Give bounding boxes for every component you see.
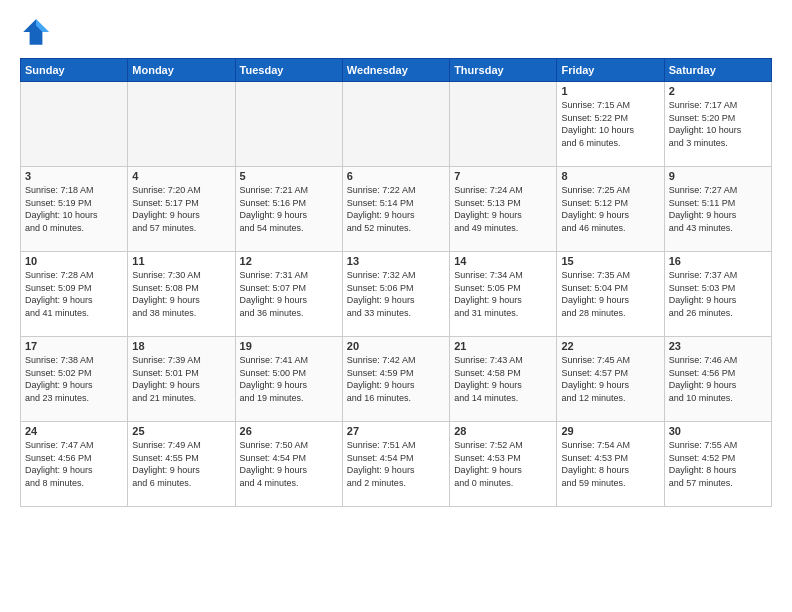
calendar-cell: [128, 82, 235, 167]
day-info: Sunrise: 7:47 AM Sunset: 4:56 PM Dayligh…: [25, 439, 123, 489]
calendar-header: SundayMondayTuesdayWednesdayThursdayFrid…: [21, 59, 772, 82]
calendar-cell: 1Sunrise: 7:15 AM Sunset: 5:22 PM Daylig…: [557, 82, 664, 167]
day-info: Sunrise: 7:42 AM Sunset: 4:59 PM Dayligh…: [347, 354, 445, 404]
day-number: 5: [240, 170, 338, 182]
calendar-week-1: 1Sunrise: 7:15 AM Sunset: 5:22 PM Daylig…: [21, 82, 772, 167]
day-number: 10: [25, 255, 123, 267]
day-number: 16: [669, 255, 767, 267]
calendar-cell: [235, 82, 342, 167]
day-number: 9: [669, 170, 767, 182]
calendar-cell: 10Sunrise: 7:28 AM Sunset: 5:09 PM Dayli…: [21, 252, 128, 337]
day-number: 25: [132, 425, 230, 437]
day-number: 8: [561, 170, 659, 182]
day-info: Sunrise: 7:41 AM Sunset: 5:00 PM Dayligh…: [240, 354, 338, 404]
column-header-friday: Friday: [557, 59, 664, 82]
day-number: 18: [132, 340, 230, 352]
calendar-cell: 21Sunrise: 7:43 AM Sunset: 4:58 PM Dayli…: [450, 337, 557, 422]
day-info: Sunrise: 7:18 AM Sunset: 5:19 PM Dayligh…: [25, 184, 123, 234]
calendar-cell: 15Sunrise: 7:35 AM Sunset: 5:04 PM Dayli…: [557, 252, 664, 337]
calendar-cell: 26Sunrise: 7:50 AM Sunset: 4:54 PM Dayli…: [235, 422, 342, 507]
logo: [20, 16, 56, 48]
day-info: Sunrise: 7:15 AM Sunset: 5:22 PM Dayligh…: [561, 99, 659, 149]
day-info: Sunrise: 7:45 AM Sunset: 4:57 PM Dayligh…: [561, 354, 659, 404]
calendar: SundayMondayTuesdayWednesdayThursdayFrid…: [20, 58, 772, 507]
calendar-cell: 19Sunrise: 7:41 AM Sunset: 5:00 PM Dayli…: [235, 337, 342, 422]
day-info: Sunrise: 7:25 AM Sunset: 5:12 PM Dayligh…: [561, 184, 659, 234]
day-number: 19: [240, 340, 338, 352]
calendar-cell: [450, 82, 557, 167]
column-header-saturday: Saturday: [664, 59, 771, 82]
calendar-cell: 13Sunrise: 7:32 AM Sunset: 5:06 PM Dayli…: [342, 252, 449, 337]
day-info: Sunrise: 7:49 AM Sunset: 4:55 PM Dayligh…: [132, 439, 230, 489]
day-info: Sunrise: 7:24 AM Sunset: 5:13 PM Dayligh…: [454, 184, 552, 234]
day-info: Sunrise: 7:50 AM Sunset: 4:54 PM Dayligh…: [240, 439, 338, 489]
column-header-thursday: Thursday: [450, 59, 557, 82]
day-info: Sunrise: 7:32 AM Sunset: 5:06 PM Dayligh…: [347, 269, 445, 319]
day-number: 3: [25, 170, 123, 182]
calendar-week-4: 17Sunrise: 7:38 AM Sunset: 5:02 PM Dayli…: [21, 337, 772, 422]
logo-icon: [20, 16, 52, 48]
calendar-cell: 8Sunrise: 7:25 AM Sunset: 5:12 PM Daylig…: [557, 167, 664, 252]
day-info: Sunrise: 7:35 AM Sunset: 5:04 PM Dayligh…: [561, 269, 659, 319]
column-header-monday: Monday: [128, 59, 235, 82]
calendar-week-3: 10Sunrise: 7:28 AM Sunset: 5:09 PM Dayli…: [21, 252, 772, 337]
day-number: 11: [132, 255, 230, 267]
day-number: 22: [561, 340, 659, 352]
day-number: 24: [25, 425, 123, 437]
calendar-cell: 25Sunrise: 7:49 AM Sunset: 4:55 PM Dayli…: [128, 422, 235, 507]
calendar-week-2: 3Sunrise: 7:18 AM Sunset: 5:19 PM Daylig…: [21, 167, 772, 252]
calendar-cell: 28Sunrise: 7:52 AM Sunset: 4:53 PM Dayli…: [450, 422, 557, 507]
header-area: [20, 16, 772, 48]
column-header-wednesday: Wednesday: [342, 59, 449, 82]
calendar-cell: 29Sunrise: 7:54 AM Sunset: 4:53 PM Dayli…: [557, 422, 664, 507]
calendar-cell: 27Sunrise: 7:51 AM Sunset: 4:54 PM Dayli…: [342, 422, 449, 507]
day-info: Sunrise: 7:21 AM Sunset: 5:16 PM Dayligh…: [240, 184, 338, 234]
day-number: 13: [347, 255, 445, 267]
day-number: 4: [132, 170, 230, 182]
day-info: Sunrise: 7:30 AM Sunset: 5:08 PM Dayligh…: [132, 269, 230, 319]
header-row: SundayMondayTuesdayWednesdayThursdayFrid…: [21, 59, 772, 82]
calendar-cell: 12Sunrise: 7:31 AM Sunset: 5:07 PM Dayli…: [235, 252, 342, 337]
column-header-tuesday: Tuesday: [235, 59, 342, 82]
day-info: Sunrise: 7:54 AM Sunset: 4:53 PM Dayligh…: [561, 439, 659, 489]
day-number: 17: [25, 340, 123, 352]
calendar-cell: 23Sunrise: 7:46 AM Sunset: 4:56 PM Dayli…: [664, 337, 771, 422]
calendar-cell: 2Sunrise: 7:17 AM Sunset: 5:20 PM Daylig…: [664, 82, 771, 167]
day-info: Sunrise: 7:46 AM Sunset: 4:56 PM Dayligh…: [669, 354, 767, 404]
day-number: 26: [240, 425, 338, 437]
calendar-cell: 6Sunrise: 7:22 AM Sunset: 5:14 PM Daylig…: [342, 167, 449, 252]
calendar-cell: 9Sunrise: 7:27 AM Sunset: 5:11 PM Daylig…: [664, 167, 771, 252]
day-number: 15: [561, 255, 659, 267]
calendar-body: 1Sunrise: 7:15 AM Sunset: 5:22 PM Daylig…: [21, 82, 772, 507]
calendar-cell: 16Sunrise: 7:37 AM Sunset: 5:03 PM Dayli…: [664, 252, 771, 337]
day-info: Sunrise: 7:27 AM Sunset: 5:11 PM Dayligh…: [669, 184, 767, 234]
day-number: 12: [240, 255, 338, 267]
day-info: Sunrise: 7:22 AM Sunset: 5:14 PM Dayligh…: [347, 184, 445, 234]
day-info: Sunrise: 7:28 AM Sunset: 5:09 PM Dayligh…: [25, 269, 123, 319]
day-number: 30: [669, 425, 767, 437]
calendar-cell: 3Sunrise: 7:18 AM Sunset: 5:19 PM Daylig…: [21, 167, 128, 252]
column-header-sunday: Sunday: [21, 59, 128, 82]
day-number: 29: [561, 425, 659, 437]
day-info: Sunrise: 7:38 AM Sunset: 5:02 PM Dayligh…: [25, 354, 123, 404]
calendar-cell: 4Sunrise: 7:20 AM Sunset: 5:17 PM Daylig…: [128, 167, 235, 252]
day-info: Sunrise: 7:34 AM Sunset: 5:05 PM Dayligh…: [454, 269, 552, 319]
day-info: Sunrise: 7:37 AM Sunset: 5:03 PM Dayligh…: [669, 269, 767, 319]
day-number: 28: [454, 425, 552, 437]
calendar-week-5: 24Sunrise: 7:47 AM Sunset: 4:56 PM Dayli…: [21, 422, 772, 507]
day-number: 21: [454, 340, 552, 352]
calendar-cell: 11Sunrise: 7:30 AM Sunset: 5:08 PM Dayli…: [128, 252, 235, 337]
day-number: 2: [669, 85, 767, 97]
day-info: Sunrise: 7:43 AM Sunset: 4:58 PM Dayligh…: [454, 354, 552, 404]
calendar-cell: 5Sunrise: 7:21 AM Sunset: 5:16 PM Daylig…: [235, 167, 342, 252]
day-info: Sunrise: 7:31 AM Sunset: 5:07 PM Dayligh…: [240, 269, 338, 319]
calendar-cell: 14Sunrise: 7:34 AM Sunset: 5:05 PM Dayli…: [450, 252, 557, 337]
calendar-cell: 30Sunrise: 7:55 AM Sunset: 4:52 PM Dayli…: [664, 422, 771, 507]
day-info: Sunrise: 7:39 AM Sunset: 5:01 PM Dayligh…: [132, 354, 230, 404]
day-info: Sunrise: 7:51 AM Sunset: 4:54 PM Dayligh…: [347, 439, 445, 489]
day-number: 7: [454, 170, 552, 182]
day-info: Sunrise: 7:52 AM Sunset: 4:53 PM Dayligh…: [454, 439, 552, 489]
day-number: 6: [347, 170, 445, 182]
calendar-cell: [21, 82, 128, 167]
calendar-cell: 20Sunrise: 7:42 AM Sunset: 4:59 PM Dayli…: [342, 337, 449, 422]
